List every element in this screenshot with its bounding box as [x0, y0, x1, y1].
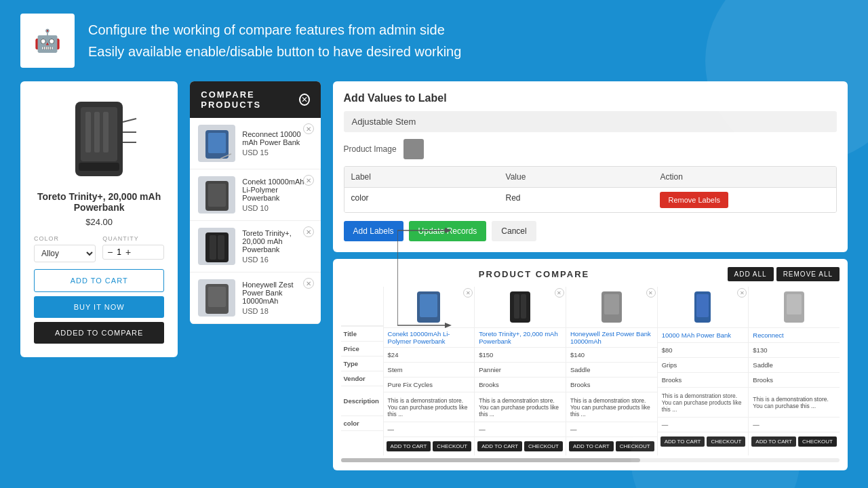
product-image-thumbnail	[403, 139, 424, 159]
svg-rect-18	[208, 287, 226, 307]
product-vendor-4: Brooks	[658, 372, 749, 387]
checkout-col-1[interactable]: CHECKOUT	[433, 441, 471, 451]
product-price-4: $80	[658, 342, 749, 357]
product-col-1: ✕ Conekt 10000mAh Li-Polymer Powerbank $…	[383, 287, 475, 455]
product-title: Toreto Trinity+, 20,000 mAh Powerbank	[34, 191, 164, 213]
logo: 🤖	[20, 14, 75, 68]
compare-item-name-3: Toreto Trinity+, 20,000 mAh Powerbank	[242, 229, 312, 253]
th-label: Label	[344, 167, 499, 187]
cancel-button[interactable]: Cancel	[492, 221, 536, 241]
product-action-1: ADD TO CART CHECKOUT	[384, 436, 475, 455]
product-col-5: Reconnect $130 Saddle Brooks This is a d…	[748, 287, 840, 455]
qty-value: 1	[117, 247, 121, 257]
color-option: COLOR Alloy	[34, 235, 96, 262]
compare-item-info-3: Toreto Trinity+, 20,000 mAh Powerbank US…	[242, 229, 312, 264]
compare-item: Toreto Trinity+, 20,000 mAh Powerbank US…	[190, 221, 320, 272]
compare-item: Honeywell Zest Power Bank 10000mAh USD 1…	[190, 272, 320, 324]
qty-increase-button[interactable]: +	[125, 247, 131, 258]
th-action: Action	[653, 167, 836, 187]
compare-panel: COMPARE PRODUCTS ✕ Reconnect 10000 mAh P…	[190, 81, 320, 324]
product-desc-3: This is a demonstration store. You can p…	[566, 392, 657, 422]
compare-item-remove-4[interactable]: ✕	[303, 278, 314, 289]
product-name-2: Toreto Trinity+, 20,000 mAh Powerbank	[475, 327, 566, 347]
svg-rect-29	[787, 294, 802, 314]
compare-table-header: PRODUCT COMPARE ADD ALL REMOVE ALL	[341, 267, 840, 281]
th-value: Value	[499, 167, 654, 187]
action-buttons: Add Labels Update Records Cancel	[344, 221, 837, 241]
checkout-col-2[interactable]: CHECKOUT	[524, 441, 563, 451]
product-col-close-4[interactable]: ✕	[737, 288, 747, 298]
product-name-5: Reconnect	[749, 327, 840, 342]
label-price: Price	[341, 341, 383, 356]
color-select[interactable]: Alloy	[34, 245, 96, 262]
svg-rect-14	[205, 232, 229, 262]
svg-line-6	[123, 119, 136, 122]
product-img-5	[749, 287, 840, 327]
product-img-2: ✕	[475, 287, 566, 327]
product-img-3: ✕	[566, 287, 657, 327]
add-to-cart-col-2[interactable]: ADD TO CART	[477, 441, 522, 451]
svg-rect-20	[420, 294, 437, 317]
add-labels-button[interactable]: Add Labels	[344, 221, 403, 241]
product-type-2: Pannier	[475, 362, 566, 377]
product-vendor-1: Pure Fix Cycles	[384, 377, 475, 392]
product-col-2: ✕ Toreto Trinity+, 20,000 mAh Powerbank …	[474, 287, 566, 455]
product-price-1: $24	[384, 347, 475, 362]
add-to-cart-col-3[interactable]: ADD TO CART	[569, 441, 614, 451]
table-header-row: Label Value Action	[344, 167, 836, 188]
svg-rect-27	[696, 294, 709, 317]
compare-item-image-1	[198, 125, 235, 162]
product-desc-2: This is a demonstration store. You can p…	[475, 392, 566, 422]
buy-now-button[interactable]: BUY IT NOW	[34, 296, 164, 318]
compare-item: Conekt 10000mAh Li-Polymer Powerbank USD…	[190, 169, 320, 221]
add-to-cart-col-5[interactable]: ADD TO CART	[751, 436, 796, 447]
svg-rect-21	[510, 291, 530, 323]
product-image	[55, 95, 143, 183]
compare-item-image-2	[198, 176, 235, 214]
checkout-col-5[interactable]: CHECKOUT	[798, 436, 837, 447]
product-col-close-2[interactable]: ✕	[555, 288, 564, 298]
compare-item-price-3: USD 16	[242, 256, 312, 264]
remove-labels-button[interactable]: Remove Labels	[660, 192, 728, 208]
main-panels: Toreto Trinity+, 20,000 mAh Powerbank $2…	[0, 81, 868, 470]
remove-all-button[interactable]: REMOVE ALL	[776, 267, 840, 281]
compare-item-remove-1[interactable]: ✕	[303, 123, 314, 134]
add-to-cart-button[interactable]: ADD TO CART	[34, 269, 164, 292]
compare-header: COMPARE PRODUCTS ✕	[190, 81, 320, 118]
svg-rect-22	[514, 294, 519, 319]
product-name-4: 10000 MAh Power Bank	[658, 327, 749, 342]
label-title: Title	[341, 326, 383, 341]
add-to-cart-col-4[interactable]: ADD TO CART	[660, 436, 705, 447]
svg-rect-15	[210, 235, 216, 260]
product-price: $24.00	[85, 217, 113, 227]
add-all-button[interactable]: ADD ALL	[728, 267, 774, 281]
label-color: color	[341, 415, 383, 430]
scrollbar-thumb[interactable]	[341, 458, 640, 462]
quantity-option: QUANTITY − 1 +	[102, 235, 164, 262]
update-records-button[interactable]: Update Records	[409, 221, 487, 241]
compare-item-remove-2[interactable]: ✕	[303, 175, 314, 186]
product-col-close-1[interactable]: ✕	[463, 288, 473, 298]
compare-item-info-1: Reconnect 10000 mAh Power Bank USD 15	[242, 130, 312, 157]
checkout-col-4[interactable]: CHECKOUT	[707, 436, 745, 447]
product-action-3: ADD TO CART CHECKOUT	[566, 436, 657, 455]
svg-rect-4	[103, 112, 108, 152]
product-col-3: ✕ Honeywell Zest Power Bank 10000mAh $14…	[566, 287, 657, 455]
product-desc-1: This is a demonstration store. You can p…	[384, 392, 475, 422]
compare-item-remove-3[interactable]: ✕	[303, 226, 314, 237]
product-action-4: ADD TO CART CHECKOUT	[658, 432, 749, 451]
compare-item-info-4: Honeywell Zest Power Bank 10000mAh USD 1…	[242, 281, 312, 315]
added-to-compare-button[interactable]: ADDED TO COMPARE	[34, 322, 164, 344]
horizontal-scrollbar[interactable]	[341, 458, 840, 462]
product-name-3: Honeywell Zest Power Bank 10000mAh	[566, 327, 657, 347]
checkout-col-3[interactable]: CHECKOUT	[616, 441, 654, 451]
qty-decrease-button[interactable]: −	[107, 247, 113, 258]
product-col-close-3[interactable]: ✕	[646, 288, 656, 298]
compare-close-button[interactable]: ✕	[299, 94, 310, 106]
add-to-cart-col-1[interactable]: ADD TO CART	[387, 441, 431, 451]
compare-item-price-2: USD 10	[242, 204, 312, 212]
label-col-header	[341, 287, 383, 326]
product-vendor-2: Brooks	[475, 377, 566, 392]
product-desc-4: This is a demonstration store. You can p…	[658, 387, 749, 417]
product-col-4: ✕ 10000 MAh Power Bank $80 Grips Brooks …	[657, 287, 749, 455]
